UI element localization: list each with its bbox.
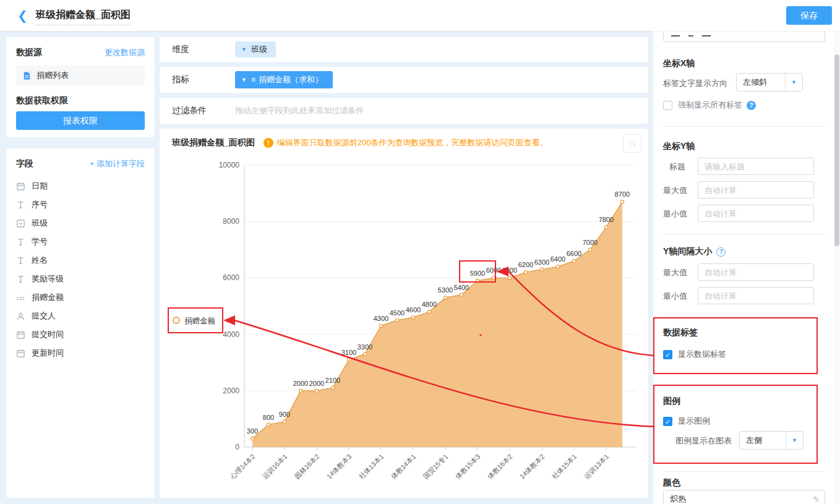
svg-text:体教14本1: 体教14本1: [389, 453, 418, 481]
show-legend-row: ✓ 显示图例: [663, 416, 710, 427]
svg-text:6000: 6000: [223, 273, 239, 282]
document-icon: [22, 71, 32, 80]
field-item[interactable]: 日期: [16, 177, 148, 195]
svg-text:运训16本1: 运训16本1: [261, 453, 289, 481]
field-item[interactable]: 姓名: [16, 251, 148, 270]
scrollbar-track: [834, 31, 840, 504]
field-item[interactable]: 提交人: [16, 307, 148, 325]
fields-title: 字段: [16, 158, 33, 169]
svg-text:捐赠金额: 捐赠金额: [184, 317, 216, 325]
back-icon[interactable]: ❮: [17, 8, 28, 23]
svg-text:4800: 4800: [422, 301, 437, 308]
calendar-icon: [16, 349, 25, 358]
show-data-label-checkbox[interactable]: ✓: [663, 350, 672, 359]
y-min-label: 最小值: [663, 208, 687, 220]
interval-min-input[interactable]: [698, 287, 814, 304]
svg-text:7000: 7000: [583, 239, 598, 246]
chart-title: 班级捐赠金额_面积图: [172, 137, 255, 148]
svg-text:运训13本1: 运训13本1: [583, 453, 611, 481]
settings-panel: 坐标X轴 标签文字显示方向 左倾斜 ▼ ✓ 强制显示所有标签 ? 坐标Y轴 标题…: [653, 26, 834, 504]
interval-max-label: 最大值: [663, 267, 687, 278]
area-chart-svg: 0200040006000800010000心理14本2运训16本1园林16本2…: [160, 155, 648, 498]
top-bar: ❮ 班级捐赠金额_面积图 保存: [0, 0, 840, 31]
legend-position-select[interactable]: 左侧 ▼: [739, 431, 804, 450]
field-item[interactable]: 捐赠金额: [16, 288, 148, 307]
svg-text:10000: 10000: [219, 161, 240, 169]
dimension-row: 维度 ▼ 班级: [160, 37, 648, 62]
dimension-tag[interactable]: ▼ 班级: [235, 41, 276, 58]
change-datasource-link[interactable]: 更改数据源: [105, 47, 145, 58]
edit-icon: ✎: [813, 495, 820, 504]
report-permission-button[interactable]: 报表权限: [16, 111, 145, 130]
sort-button[interactable]: ↑↓: [623, 134, 641, 153]
area-chart: 0200040006000800010000心理14本2运训16本1园林16本2…: [160, 155, 648, 498]
svg-text:6400: 6400: [551, 255, 565, 263]
svg-text:社体13本1: 社体13本1: [358, 453, 385, 481]
divider: [663, 126, 825, 127]
text-icon: [16, 275, 25, 284]
datasource-item[interactable]: 捐赠列表: [16, 66, 145, 85]
svg-text:5300: 5300: [438, 286, 453, 294]
metric-tag[interactable]: ▼ ≡ 捐赠金额（求和）: [235, 71, 333, 88]
svg-text:2100: 2100: [325, 377, 340, 384]
svg-text:2000: 2000: [223, 387, 239, 395]
field-item[interactable]: 更新时间: [16, 344, 148, 362]
svg-text:体教16本2: 体教16本2: [486, 453, 514, 481]
metric-label: 指标: [160, 74, 235, 85]
save-button[interactable]: 保存: [786, 6, 832, 25]
help-icon[interactable]: ?: [747, 101, 756, 110]
chevron-down-icon: ▼: [786, 432, 803, 449]
field-label: 日期: [32, 181, 48, 192]
svg-text:300: 300: [247, 427, 258, 435]
field-label: 班级: [32, 218, 48, 229]
glyph-fragment: [671, 35, 680, 36]
field-item[interactable]: 班级: [16, 214, 148, 233]
divider: [663, 234, 825, 234]
field-label: 捐赠金额: [32, 292, 64, 303]
label-direction-select[interactable]: 左倾斜 ▼: [736, 73, 803, 92]
warning-text: 编辑界面只取数据源前200条作为查询数据预览，完整数据请访问页面查看。: [277, 137, 548, 148]
y-min-input[interactable]: [698, 205, 814, 222]
person-icon: [16, 312, 25, 321]
chart-panel: 班级捐赠金额_面积图 ! 编辑界面只取数据源前200条作为查询数据预览，完整数据…: [160, 129, 648, 498]
show-legend-checkbox[interactable]: ✓: [663, 417, 672, 426]
filter-row[interactable]: 过滤条件 拖动左侧字段到此处来添加过滤条件: [160, 98, 648, 124]
field-label: 提交时间: [32, 329, 64, 340]
field-item[interactable]: 奖励等级: [16, 270, 148, 288]
add-calc-field-link[interactable]: + 添加计算字段: [90, 158, 145, 169]
color-theme-select[interactable]: 炽热 ✎: [663, 490, 825, 504]
divider: [663, 314, 825, 315]
dimension-label: 维度: [160, 44, 235, 55]
svg-text:6000: 6000: [486, 267, 501, 274]
datasource-title: 数据源: [16, 47, 42, 58]
field-item[interactable]: 序号: [16, 195, 148, 214]
svg-text:园林16本2: 园林16本2: [293, 453, 321, 481]
field-item[interactable]: 提交时间: [16, 325, 148, 344]
field-item[interactable]: 学号: [16, 233, 148, 251]
y-max-label: 最大值: [663, 185, 687, 196]
field-label: 奖励等级: [32, 273, 64, 284]
svg-text:8700: 8700: [615, 190, 630, 198]
help-icon[interactable]: ?: [716, 247, 726, 257]
data-label-section-title: 数据标签: [663, 327, 698, 338]
chevron-down-icon: ▼: [785, 74, 802, 91]
y-title-label: 标题: [669, 161, 685, 173]
svg-text:14体教本2: 14体教本2: [518, 453, 546, 481]
field-label: 提交人: [32, 310, 56, 322]
svg-text:4300: 4300: [374, 315, 388, 322]
scrollbar-thumb[interactable]: [834, 54, 839, 246]
field-label: 更新时间: [32, 348, 64, 359]
color-section-title: 颜色: [663, 477, 680, 489]
force-all-labels-checkbox[interactable]: ✓: [663, 101, 672, 110]
svg-text:4500: 4500: [390, 309, 405, 317]
select-icon: [16, 219, 25, 228]
text-icon: [16, 256, 25, 265]
field-label: 序号: [32, 199, 48, 210]
interval-min-label: 最小值: [663, 291, 687, 302]
interval-max-input[interactable]: [698, 263, 814, 281]
y-title-input[interactable]: [698, 158, 814, 175]
fields-panel: 字段 + 添加计算字段 日期序号班级学号姓名奖励等级捐赠金额提交人提交时间更新时…: [6, 148, 155, 498]
svg-text:8000: 8000: [223, 217, 239, 226]
filter-label: 过滤条件: [160, 105, 235, 116]
y-max-input[interactable]: [698, 181, 814, 199]
